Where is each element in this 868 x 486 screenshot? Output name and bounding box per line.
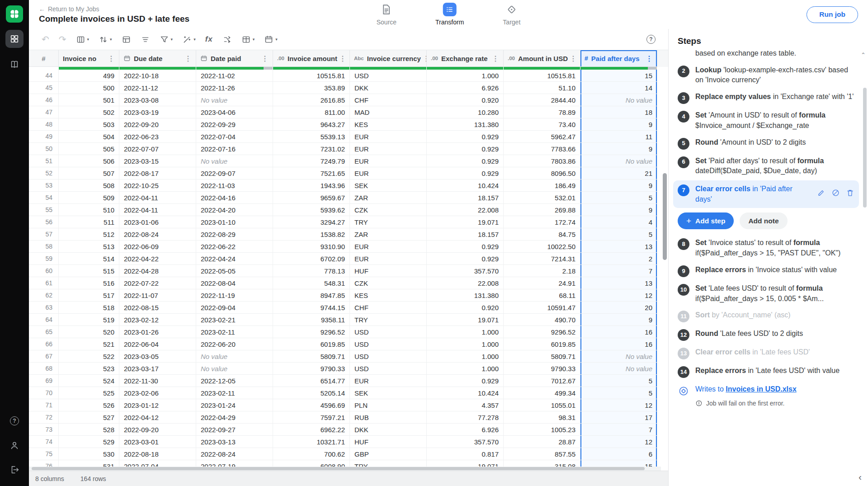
cell-amount-in-usd[interactable]: 5809.71: [504, 350, 580, 363]
cell-invoice-no[interactable]: 530: [59, 448, 119, 460]
stepper-item-source[interactable]: Source: [377, 3, 396, 26]
step-item-7[interactable]: 7Clear error cells in 'Paid after days': [673, 180, 859, 208]
cell-invoice-amount[interactable]: 2616.85: [273, 94, 350, 106]
cell-exchange-rate[interactable]: 357.570: [427, 265, 504, 277]
cell-amount-in-usd[interactable]: 68.11: [504, 289, 580, 302]
cell-due-date[interactable]: 2023-01-12: [119, 399, 196, 411]
column-menu-icon[interactable]: ⋮: [490, 54, 499, 63]
cell-date-paid[interactable]: 2022-04-20: [196, 204, 273, 216]
cell-due-date[interactable]: 2023-01-06: [119, 216, 196, 228]
cell-invoice-amount[interactable]: 1943.96: [273, 179, 350, 192]
step-item-8[interactable]: 8Set 'Invoice status' to result of formu…: [678, 235, 854, 261]
cell-invoice-currency[interactable]: DKK: [350, 82, 427, 94]
cell-paid-after-days[interactable]: 18: [580, 106, 657, 118]
cell-invoice-no[interactable]: 522: [59, 350, 119, 363]
cell-exchange-rate[interactable]: 18.157: [427, 192, 504, 204]
cell-invoice-currency[interactable]: USD: [350, 326, 427, 338]
cell-paid-after-days[interactable]: 12: [580, 399, 657, 411]
back-link[interactable]: ← Return to My Jobs: [39, 5, 189, 13]
cell-date-paid[interactable]: 2022-04-16: [196, 192, 273, 204]
cell-exchange-rate[interactable]: 0.929: [427, 375, 504, 387]
add-note-button[interactable]: Add note: [740, 212, 787, 229]
cell-invoice-currency[interactable]: KES: [350, 118, 427, 131]
cell-paid-after-days[interactable]: 11: [580, 131, 657, 143]
stepper-item-target[interactable]: Target: [503, 3, 520, 26]
cell-invoice-amount[interactable]: 9790.33: [273, 363, 350, 375]
cell-amount-in-usd[interactable]: 172.74: [504, 216, 580, 228]
cell-invoice-no[interactable]: 525: [59, 387, 119, 399]
cell-exchange-rate[interactable]: 131.380: [427, 118, 504, 131]
vertical-scrollbar[interactable]: [663, 173, 667, 260]
cell-invoice-no[interactable]: 513: [59, 241, 119, 253]
cell-invoice-no[interactable]: 510: [59, 204, 119, 216]
column-header-due-date[interactable]: Due date⋮: [119, 50, 196, 67]
cell-amount-in-usd[interactable]: 1005.23: [504, 424, 580, 436]
cell-invoice-no[interactable]: 519: [59, 314, 119, 326]
cell-invoice-currency[interactable]: MAD: [350, 106, 427, 118]
cell-paid-after-days[interactable]: 15: [580, 70, 657, 82]
cell-due-date[interactable]: 2022-11-30: [119, 375, 196, 387]
cell-exchange-rate[interactable]: 0.929: [427, 155, 504, 167]
cell-due-date[interactable]: 2022-08-18: [119, 448, 196, 460]
cell-exchange-rate[interactable]: 6.926: [427, 424, 504, 436]
cell-amount-in-usd[interactable]: 73.40: [504, 118, 580, 131]
cell-paid-after-days[interactable]: 21: [580, 167, 657, 179]
cell-exchange-rate[interactable]: 22.008: [427, 277, 504, 289]
cell-date-paid[interactable]: 2022-06-22: [196, 241, 273, 253]
cell-invoice-no[interactable]: 508: [59, 179, 119, 192]
cell-date-paid[interactable]: 2022-08-29: [196, 228, 273, 241]
cell-date-paid[interactable]: 2022-12-05: [196, 375, 273, 387]
cell-due-date[interactable]: 2022-10-18: [119, 70, 196, 82]
cell-exchange-rate[interactable]: 10.424: [427, 387, 504, 399]
cell-invoice-no[interactable]: 500: [59, 82, 119, 94]
cell-invoice-amount[interactable]: 3294.27: [273, 216, 350, 228]
cell-invoice-amount[interactable]: 811.00: [273, 106, 350, 118]
cell-invoice-amount[interactable]: 6514.77: [273, 375, 350, 387]
cell-due-date[interactable]: 2022-04-28: [119, 265, 196, 277]
cell-paid-after-days[interactable]: 12: [580, 436, 657, 448]
step-item-3[interactable]: 3Replace empty values in 'Exchange rate'…: [678, 89, 854, 107]
rail-item logout-icon[interactable]: [5, 461, 24, 479]
cell-invoice-no[interactable]: 506: [59, 155, 119, 167]
cell-invoice-no[interactable]: 503: [59, 118, 119, 131]
cell-paid-after-days[interactable]: 17: [580, 411, 657, 424]
cell-due-date[interactable]: 2022-07-22: [119, 277, 196, 289]
cell-amount-in-usd[interactable]: 98.31: [504, 411, 580, 424]
cell-amount-in-usd[interactable]: 2844.40: [504, 94, 580, 106]
cell-date-paid[interactable]: 2023-02-21: [196, 314, 273, 326]
cell-exchange-rate[interactable]: 0.929: [427, 131, 504, 143]
cell-exchange-rate[interactable]: 10.424: [427, 179, 504, 192]
cell-invoice-currency[interactable]: USD: [350, 350, 427, 363]
cell-invoice-amount[interactable]: 353.89: [273, 82, 350, 94]
step-item-11[interactable]: 11Sort by 'Account_name' (asc): [678, 307, 854, 326]
cell-paid-after-days[interactable]: 6: [580, 448, 657, 460]
cell-date-paid[interactable]: 2022-08-24: [196, 448, 273, 460]
cell-invoice-currency[interactable]: DKK: [350, 424, 427, 436]
cell-invoice-currency[interactable]: HUF: [350, 436, 427, 448]
cell-invoice-amount[interactable]: 7521.65: [273, 167, 350, 179]
cell-date-paid[interactable]: 2022-09-07: [196, 167, 273, 179]
cell-exchange-rate[interactable]: 4.357: [427, 399, 504, 411]
cell-exchange-rate[interactable]: 6.926: [427, 82, 504, 94]
cell-paid-after-days[interactable]: 9: [580, 179, 657, 192]
cell-due-date[interactable]: 2022-06-04: [119, 338, 196, 350]
cell-amount-in-usd[interactable]: 10515.81: [504, 70, 580, 82]
cell-date-paid[interactable]: No value: [196, 363, 273, 375]
cell-paid-after-days[interactable]: 7: [580, 424, 657, 436]
cell-due-date[interactable]: 2022-06-09: [119, 241, 196, 253]
cell-paid-after-days[interactable]: No value: [580, 94, 657, 106]
cell-invoice-amount[interactable]: 10515.81: [273, 70, 350, 82]
cell-paid-after-days[interactable]: 13: [580, 277, 657, 289]
cell-date-paid[interactable]: 2022-08-04: [196, 277, 273, 289]
cell-invoice-amount[interactable]: 6702.09: [273, 253, 350, 265]
cell-invoice-amount[interactable]: 6962.22: [273, 424, 350, 436]
cell-exchange-rate[interactable]: 0.929: [427, 143, 504, 155]
cell-invoice-no[interactable]: 507: [59, 167, 119, 179]
cell-invoice-currency[interactable]: EUR: [350, 241, 427, 253]
cell-invoice-amount[interactable]: 5539.13: [273, 131, 350, 143]
cell-exchange-rate[interactable]: 1.000: [427, 363, 504, 375]
cell-due-date[interactable]: 2022-07-07: [119, 143, 196, 155]
cell-invoice-no[interactable]: 516: [59, 277, 119, 289]
step-item-9[interactable]: 9Replace errors in 'Invoice status' with…: [678, 262, 854, 280]
cell-amount-in-usd[interactable]: 186.49: [504, 179, 580, 192]
